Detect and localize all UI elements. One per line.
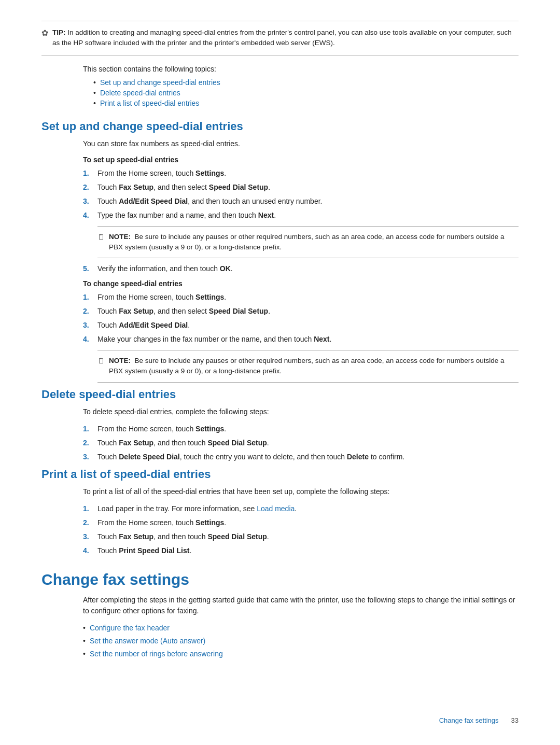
step-text: Touch Print Speed Dial List. [97, 545, 191, 556]
step-text: From the Home screen, touch Settings. [97, 168, 226, 179]
setup-desc: You can store fax numbers as speed-dial … [83, 138, 519, 149]
print-steps: 1. Load paper in the tray. For more info… [83, 503, 519, 556]
toc-item-1: Set up and change speed-dial entries [93, 78, 519, 87]
change-subheading: To change speed-dial entries [83, 279, 519, 288]
step-num: 2. [83, 438, 97, 448]
setup-note-box: 🗒 NOTE: Be sure to include any pauses or… [97, 226, 519, 259]
print-step-3: 3. Touch Fax Setup, and then touch Speed… [83, 531, 519, 542]
toc-link-2[interactable]: Delete speed-dial entries [100, 89, 180, 97]
toc-item-answer: Set the answer mode (Auto answer) [83, 636, 519, 646]
toc-link-answer[interactable]: Set the answer mode (Auto answer) [90, 637, 205, 645]
change-fax-toc: Configure the fax header Set the answer … [83, 623, 519, 659]
step-text: Load paper in the tray. For more informa… [97, 503, 297, 514]
page: ✿ TIP: In addition to creating and manag… [0, 0, 560, 745]
change-step-2: 2. Touch Fax Setup, and then select Spee… [83, 306, 519, 317]
change-step-4: 4. Make your changes in the fax number o… [83, 334, 519, 345]
section-intro: This section contains the following topi… [83, 65, 519, 73]
setup-step-4: 4. Type the fax number and a name, and t… [83, 210, 519, 221]
note-label-2: NOTE: [109, 357, 133, 364]
tip-label: TIP: [52, 29, 66, 36]
print-step-2: 2. From the Home screen, touch Settings. [83, 517, 519, 528]
delete-heading: Delete speed-dial entries [41, 388, 519, 401]
change-note-box: 🗒 NOTE: Be sure to include any pauses or… [97, 350, 519, 383]
step-text: Touch Delete Speed Dial, touch the entry… [97, 452, 404, 462]
setup-step-3: 3. Touch Add/Edit Speed Dial, and then t… [83, 196, 519, 207]
step-num: 4. [83, 210, 97, 221]
setup-step5-list: 5. Verify the information, and then touc… [83, 263, 519, 274]
toc-link-header[interactable]: Configure the fax header [90, 624, 170, 632]
step-text: Touch Fax Setup, and then touch Speed Di… [97, 438, 269, 448]
delete-step-1: 1. From the Home screen, touch Settings. [83, 424, 519, 434]
toc-link-1[interactable]: Set up and change speed-dial entries [100, 78, 220, 87]
toc-item-3: Print a list of speed-dial entries [93, 99, 519, 107]
step-num: 1. [83, 168, 97, 179]
change-step-1: 1. From the Home screen, touch Settings. [83, 292, 519, 303]
setup-step-1: 1. From the Home screen, touch Settings. [83, 168, 519, 179]
change-fax-desc: After completing the steps in the gettin… [83, 595, 519, 616]
note-label: NOTE: [109, 233, 133, 241]
tip-icon: ✿ [41, 28, 48, 38]
step-num: 1. [83, 292, 97, 303]
setup-step-5: 5. Verify the information, and then touc… [83, 263, 519, 274]
step-text: Touch Add/Edit Speed Dial, and then touc… [97, 196, 322, 207]
setup-step-2: 2. Touch Fax Setup, and then select Spee… [83, 182, 519, 193]
step-num: 3. [83, 531, 97, 542]
toc-link-rings[interactable]: Set the number of rings before answering [90, 650, 223, 658]
note-text-2: NOTE: Be sure to include any pauses or o… [109, 356, 519, 377]
toc-item-rings: Set the number of rings before answering [83, 649, 519, 659]
toc-list: Set up and change speed-dial entries Del… [93, 78, 519, 107]
step-text: Verify the information, and then touch O… [97, 263, 233, 274]
step-text: Touch Add/Edit Speed Dial. [97, 320, 190, 331]
setup-steps: 1. From the Home screen, touch Settings.… [83, 168, 519, 221]
step-num: 3. [83, 196, 97, 207]
tip-box: ✿ TIP: In addition to creating and manag… [41, 21, 519, 55]
change-step-3: 3. Touch Add/Edit Speed Dial. [83, 320, 519, 331]
print-step-1: 1. Load paper in the tray. For more info… [83, 503, 519, 514]
delete-desc: To delete speed-dial entries, complete t… [83, 406, 519, 417]
setup-subheading: To set up speed-dial entries [83, 156, 519, 164]
tip-text: TIP: In addition to creating and managin… [52, 27, 519, 49]
print-step-4: 4. Touch Print Speed Dial List. [83, 545, 519, 556]
change-fax-heading: Change fax settings [41, 571, 519, 588]
toc-item-header: Configure the fax header [83, 623, 519, 634]
note-icon: 🗒 [97, 233, 105, 241]
setup-heading: Set up and change speed-dial entries [41, 120, 519, 133]
delete-steps: 1. From the Home screen, touch Settings.… [83, 424, 519, 462]
change-steps: 1. From the Home screen, touch Settings.… [83, 292, 519, 345]
step-text: Touch Fax Setup, and then touch Speed Di… [97, 531, 269, 542]
note-text: NOTE: Be sure to include any pauses or o… [109, 232, 519, 253]
toc-link-3[interactable]: Print a list of speed-dial entries [100, 99, 199, 107]
step-num: 4. [83, 334, 97, 345]
step-text: Touch Fax Setup, and then select Speed D… [97, 182, 270, 193]
footer-page: 33 [511, 716, 519, 724]
step-num: 3. [83, 452, 97, 462]
delete-step-3: 3. Touch Delete Speed Dial, touch the en… [83, 452, 519, 462]
step-num: 3. [83, 320, 97, 331]
step-num: 1. [83, 503, 97, 514]
step-num: 2. [83, 182, 97, 193]
note-icon-2: 🗒 [97, 357, 105, 365]
step-text: From the Home screen, touch Settings. [97, 517, 226, 528]
footer-label: Change fax settings [439, 716, 499, 724]
page-footer: Change fax settings 33 [439, 716, 519, 724]
step-text: From the Home screen, touch Settings. [97, 424, 226, 434]
print-desc: To print a list of all of the speed-dial… [83, 486, 519, 497]
tip-content: In addition to creating and managing spe… [52, 29, 512, 47]
toc-item-2: Delete speed-dial entries [93, 89, 519, 97]
step-num: 2. [83, 517, 97, 528]
step-num: 2. [83, 306, 97, 317]
print-heading: Print a list of speed-dial entries [41, 468, 519, 481]
step-text: Make your changes in the fax number or t… [97, 334, 331, 345]
step-num: 4. [83, 545, 97, 556]
step-num: 1. [83, 424, 97, 434]
load-media-link[interactable]: Load media [257, 504, 295, 513]
step-text: Touch Fax Setup, and then select Speed D… [97, 306, 270, 317]
delete-step-2: 2. Touch Fax Setup, and then touch Speed… [83, 438, 519, 448]
note-content-2: Be sure to include any pauses or other r… [109, 357, 504, 375]
step-text: From the Home screen, touch Settings. [97, 292, 226, 303]
step-text: Type the fax number and a name, and then… [97, 210, 276, 221]
note-content: Be sure to include any pauses or other r… [109, 233, 504, 251]
step-num: 5. [83, 263, 97, 274]
